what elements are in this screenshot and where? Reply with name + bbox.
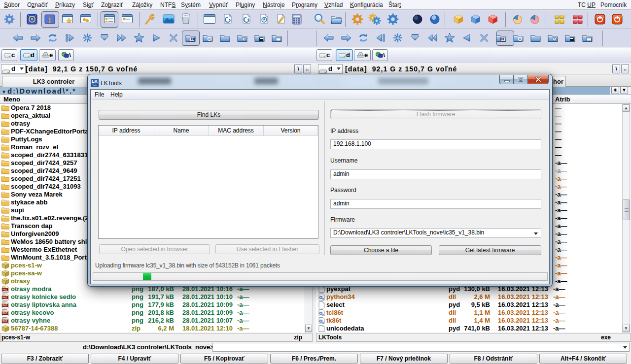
svg-text:PNG: PNG (2, 297, 7, 299)
svg-text:PNG: PNG (2, 304, 7, 307)
svg-text:PNG: PNG (2, 289, 7, 291)
svg-text:PNG: PNG (2, 312, 7, 315)
svg-text:PNG: PNG (2, 320, 7, 323)
